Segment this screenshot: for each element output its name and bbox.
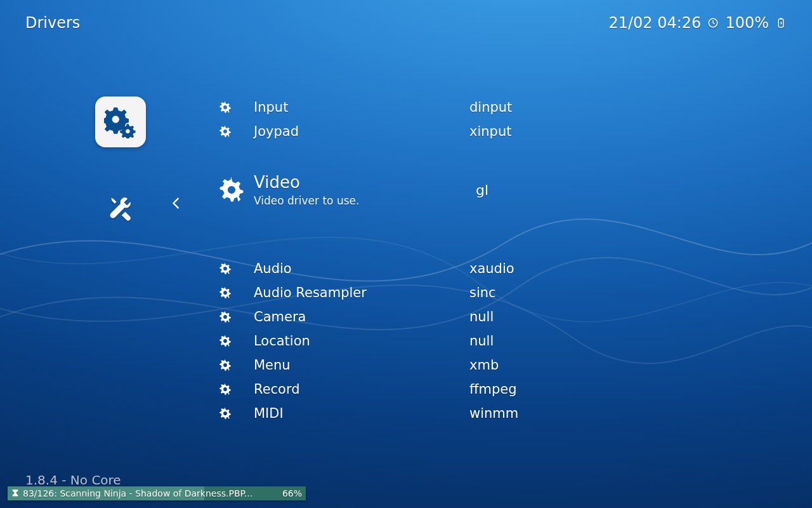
driver-value: null [469,333,774,349]
driver-row-midi[interactable]: MIDI winmm [216,401,774,425]
back-chevron-icon[interactable] [165,192,188,215]
chevron-left-icon [169,196,183,210]
datetime-label: 21/02 04:26 [608,14,701,32]
gear-icon [219,407,232,420]
tools-icon [107,194,134,222]
driver-label: Menu [254,358,469,373]
battery-label: 100% [725,14,769,32]
driver-row-audio-resampler[interactable]: Audio Resampler sinc [216,281,774,305]
driver-label: Input [254,100,469,115]
driver-label: Record [254,382,469,397]
driver-row-joypad[interactable]: Joypad xinput [216,119,774,144]
gear-icon [219,286,232,299]
driver-value: xinput [469,124,774,139]
driver-value: dinput [469,100,774,115]
driver-row-audio[interactable]: Audio xaudio [216,257,774,281]
driver-row-location[interactable]: Location null [216,329,774,353]
scan-progress: 83/126: Scanning Ninja - Shadow of Darkn… [8,486,306,500]
battery-icon [775,17,787,29]
driver-label: Joypad [254,124,469,139]
driver-list: Input dinput Joypad xinput Video Video d… [216,95,774,425]
svg-point-3 [112,116,119,123]
driver-row-camera[interactable]: Camera null [216,305,774,329]
driver-value: sinc [469,285,774,300]
driver-label: Location [254,333,469,349]
gear-icon [219,311,232,323]
settings-tile[interactable] [95,97,146,147]
gear-icon [219,101,232,114]
scan-progress-text: 83/126: Scanning Ninja - Shadow of Darkn… [23,488,273,498]
gear-icon [219,383,232,396]
page-title: Drivers [25,14,80,32]
svg-point-4 [126,129,130,133]
driver-label: Video [254,173,476,192]
clock-icon [707,17,719,29]
driver-hint: Video driver to use. [254,194,476,207]
driver-value: xmb [469,358,774,373]
driver-label: Audio [254,261,469,276]
gear-icon [219,359,232,371]
gear-icon [219,335,232,347]
driver-row-menu[interactable]: Menu xmb [216,353,774,377]
driver-value: winmm [469,406,774,421]
driver-label: Camera [254,309,469,324]
gear-icon [219,125,232,138]
driver-value: ffmpeg [469,382,774,397]
gear-icon [219,262,232,275]
version-label: 1.8.4 - No Core [25,472,121,488]
driver-value: xaudio [469,261,774,276]
driver-row-input[interactable]: Input dinput [216,95,774,119]
tools-icon-container[interactable] [103,190,138,226]
svg-rect-2 [780,18,782,19]
scan-progress-percent: 66% [277,488,302,498]
hourglass-icon [11,489,19,498]
driver-row-video-selected[interactable]: Video Video driver to use. gl [209,161,774,218]
driver-value: gl [476,182,774,198]
gear-icon [218,177,245,203]
driver-value: null [469,309,774,324]
driver-row-record[interactable]: Record ffmpeg [216,377,774,401]
driver-label: MIDI [254,406,469,421]
status-bar: 21/02 04:26 100% [608,14,787,32]
gears-icon [104,105,137,138]
driver-label: Audio Resampler [254,285,469,300]
